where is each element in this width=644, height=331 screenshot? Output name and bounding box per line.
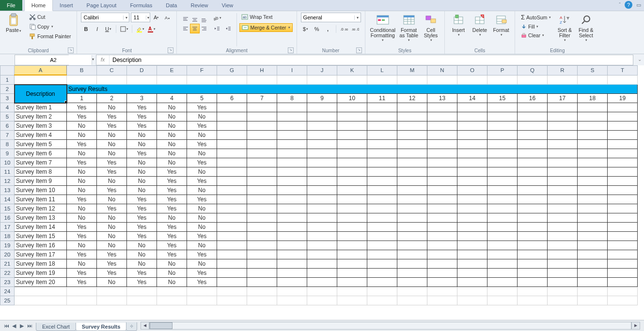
cut-button[interactable]: Cut <box>27 13 73 21</box>
col-header-P[interactable]: P <box>487 66 518 67</box>
fill-color-button[interactable]: ▾ <box>135 24 145 34</box>
name-box[interactable]: ▾ <box>15 55 69 65</box>
tab-formulas[interactable]: Formulas <box>123 0 159 11</box>
formula-expand-icon[interactable]: ⌄ <box>635 55 644 65</box>
tab-review[interactable]: Review <box>184 0 215 11</box>
help-icon[interactable]: ? <box>625 1 632 9</box>
col-header-L[interactable]: L <box>367 66 397 67</box>
group-alignment: ab▾ abWrap Text Merge & Center▾ Alignmen… <box>177 11 297 54</box>
find-select-button[interactable]: Find & Select▾ <box>575 12 597 43</box>
increase-font-icon[interactable]: A▴ <box>152 13 161 22</box>
decrease-decimal-icon[interactable]: .00.0 <box>350 24 360 34</box>
window-restore-icon[interactable]: ▭ <box>636 2 641 8</box>
col-header-I[interactable]: I <box>277 66 307 67</box>
col-header-B[interactable]: B <box>67 66 97 67</box>
col-header-H[interactable]: H <box>247 66 277 67</box>
clipboard-launcher-icon[interactable]: ↘ <box>68 47 74 53</box>
col-header-R[interactable]: R <box>548 66 578 67</box>
wrap-text-button[interactable]: abWrap Text <box>239 13 292 21</box>
col-header-T[interactable]: T <box>608 66 638 67</box>
alignment-launcher-icon[interactable]: ↘ <box>288 47 294 53</box>
align-top-icon[interactable] <box>181 15 190 24</box>
formula-input[interactable] <box>110 55 633 65</box>
col-header-N[interactable]: N <box>427 66 457 67</box>
tab-file[interactable]: File <box>0 0 22 11</box>
orientation-icon[interactable]: ab▾ <box>212 13 222 23</box>
group-styles: Conditional Formatting▾ Format as Table▾… <box>365 11 445 54</box>
formula-bar: ▾ fx ⌄ <box>0 54 644 66</box>
col-header-C[interactable]: C <box>97 66 127 67</box>
format-cells-button[interactable]: Format▾ <box>490 12 512 38</box>
comma-format-icon[interactable]: , <box>323 24 333 34</box>
align-bottom-icon[interactable] <box>199 15 209 24</box>
col-header-M[interactable]: M <box>397 66 427 67</box>
svg-rect-63 <box>456 15 458 18</box>
select-all-corner[interactable] <box>0 66 15 67</box>
col-header-E[interactable]: E <box>157 66 187 67</box>
copy-button[interactable]: Copy▾ <box>27 22 73 31</box>
cell-styles-button[interactable]: Cell Styles▾ <box>420 12 441 43</box>
number-launcher-icon[interactable]: ↘ <box>356 47 362 53</box>
tab-insert[interactable]: Insert <box>53 0 80 11</box>
group-number: ▾ $▾ % , .0.00 .00.0 Number↘ <box>297 11 365 54</box>
col-header-G[interactable]: G <box>217 66 247 67</box>
bold-button[interactable]: B <box>81 24 91 34</box>
font-name-combo[interactable]: ▾ <box>81 13 129 22</box>
decrease-font-icon[interactable]: A▾ <box>163 13 173 22</box>
align-center-icon[interactable] <box>190 24 200 33</box>
tab-view[interactable]: View <box>215 0 240 11</box>
fx-icon[interactable]: fx <box>96 55 110 65</box>
tab-data[interactable]: Data <box>159 0 184 11</box>
col-header-A[interactable]: A <box>15 66 67 67</box>
col-header-Q[interactable]: Q <box>518 66 548 67</box>
border-button[interactable]: ▾ <box>119 24 129 34</box>
accounting-format-icon[interactable]: $▾ <box>301 24 311 34</box>
svg-text:.00: .00 <box>344 28 348 31</box>
font-size-combo[interactable]: ▾ <box>131 13 150 22</box>
svg-text:A: A <box>165 15 168 20</box>
svg-rect-61 <box>431 19 436 23</box>
col-header-O[interactable]: O <box>457 66 487 67</box>
align-middle-icon[interactable] <box>190 15 200 24</box>
insert-cells-button[interactable]: Insert▾ <box>448 12 469 38</box>
svg-rect-60 <box>426 16 431 20</box>
decrease-indent-icon[interactable] <box>212 24 222 33</box>
percent-format-icon[interactable]: % <box>312 24 322 34</box>
tab-page-layout[interactable]: Page Layout <box>80 0 124 11</box>
merge-center-button[interactable]: Merge & Center▾ <box>239 23 292 32</box>
align-right-icon[interactable] <box>199 24 209 33</box>
svg-text:.0: .0 <box>340 27 344 31</box>
svg-text:ab: ab <box>213 15 219 21</box>
italic-button[interactable]: I <box>92 24 102 34</box>
col-header-F[interactable]: F <box>187 66 217 67</box>
increase-decimal-icon[interactable]: .0.00 <box>339 24 349 34</box>
autosum-button[interactable]: ΣAutoSum▾ <box>519 13 553 22</box>
svg-text:Z: Z <box>560 20 562 25</box>
font-color-button[interactable]: A▾ <box>146 24 156 34</box>
col-header-S[interactable]: S <box>578 66 608 67</box>
svg-text:.00: .00 <box>351 28 356 31</box>
fill-button[interactable]: Fill▾ <box>519 23 553 30</box>
format-painter-button[interactable]: Format Painter <box>27 32 73 41</box>
col-header-J[interactable]: J <box>307 66 337 67</box>
tab-home[interactable]: Home <box>24 0 53 11</box>
delete-cells-button[interactable]: Delete▾ <box>469 12 490 38</box>
sort-filter-button[interactable]: AZ Sort & Filter▾ <box>554 12 575 43</box>
format-as-table-button[interactable]: Format as Table▾ <box>397 12 420 43</box>
menu-tabs: File Home Insert Page Layout Formulas Da… <box>0 0 644 11</box>
svg-rect-55 <box>404 15 414 17</box>
font-launcher-icon[interactable]: ↘ <box>168 47 173 53</box>
ribbon-minimize-icon[interactable]: ˆ <box>619 2 621 8</box>
svg-rect-1 <box>11 14 16 16</box>
clear-button[interactable]: Clear▾ <box>519 31 553 39</box>
svg-rect-2 <box>11 18 16 24</box>
align-left-icon[interactable] <box>181 24 190 33</box>
conditional-formatting-button[interactable]: Conditional Formatting▾ <box>368 12 398 43</box>
underline-button[interactable]: U▾ <box>103 24 113 34</box>
col-header-K[interactable]: K <box>337 66 367 67</box>
paste-button[interactable]: Paste▾ <box>3 12 24 34</box>
increase-indent-icon[interactable] <box>223 24 233 33</box>
number-format-combo[interactable]: ▾ <box>301 13 361 22</box>
col-header-D[interactable]: D <box>127 66 157 67</box>
worksheet-grid[interactable]: ABCDEFGHIJKLMNOPQRST12DescriptionSurvey … <box>0 65 644 66</box>
